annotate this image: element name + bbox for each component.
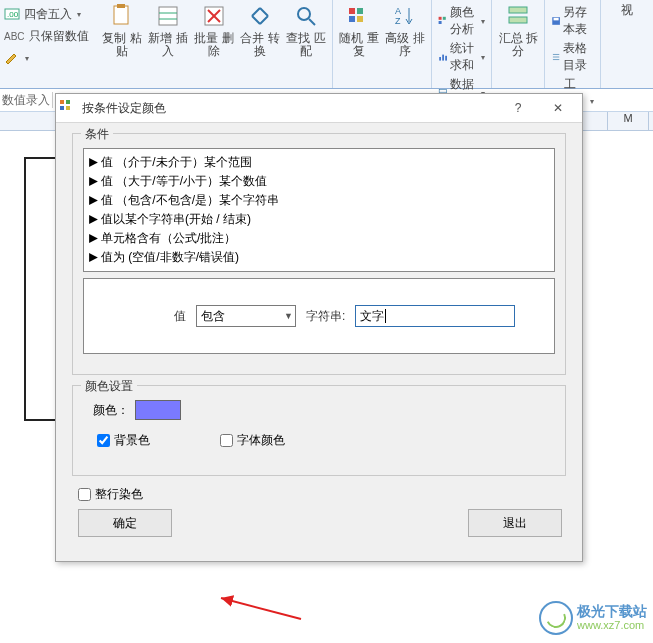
text-caret: [385, 309, 386, 323]
svg-rect-20: [439, 21, 442, 24]
svg-rect-26: [509, 7, 527, 13]
string-label: 字符串:: [306, 308, 345, 325]
color-legend: 颜色设置: [81, 378, 137, 395]
ribbon-groups: 复制 粘贴 新增 插入 批量 删除 合并 转换 查找 匹配 随机 重复 AZ高级…: [96, 0, 653, 88]
svg-rect-19: [443, 17, 446, 20]
full-row-checkbox[interactable]: [78, 488, 91, 501]
cond-valueis[interactable]: 值为 (空值/非数字/错误值): [86, 248, 552, 267]
ribbon-left-mini: .00 四舍五入 ▾ ABC 只保留数值 ▾: [4, 0, 96, 88]
pencil-icon: [4, 50, 20, 66]
svg-rect-2: [114, 6, 128, 24]
chevron-down-icon: ▼: [284, 311, 293, 321]
font-color-checkbox[interactable]: [220, 434, 233, 447]
svg-line-11: [309, 19, 315, 25]
summary-split-button[interactable]: 汇总 拆分: [498, 2, 538, 58]
insert-icon: [154, 2, 182, 30]
svg-rect-27: [509, 17, 527, 23]
cond-cellhas[interactable]: 单元格含有（公式/批注）: [86, 229, 552, 248]
palette-icon: [438, 13, 448, 29]
svg-rect-12: [349, 8, 355, 14]
delete-icon: [200, 2, 228, 30]
close-button[interactable]: ✕: [538, 97, 578, 119]
svg-rect-13: [357, 8, 363, 14]
color-analysis-button[interactable]: 颜色分析▾: [438, 4, 485, 38]
cond-compare[interactable]: 值 （大于/等于/小于）某个数值: [86, 172, 552, 191]
cond-startend[interactable]: 值以某个字符串(开始 / 结束): [86, 210, 552, 229]
svg-rect-29: [554, 18, 559, 21]
ok-button[interactable]: 确定: [78, 509, 172, 537]
format-button[interactable]: ▾: [4, 48, 96, 68]
watermark-logo-icon: [539, 601, 573, 635]
svg-text:A: A: [395, 6, 401, 16]
sort-icon: AZ: [391, 2, 419, 30]
svg-rect-21: [439, 57, 441, 61]
string-input[interactable]: 文字: [355, 305, 515, 327]
cond-range[interactable]: 值 （介于/未介于）某个范围: [86, 153, 552, 172]
view-button[interactable]: 视: [607, 2, 647, 17]
dialog-title: 按条件设定颜色: [82, 100, 498, 117]
chevron-down-icon: ▾: [77, 10, 81, 19]
value-label: 值: [174, 308, 186, 325]
cond-contains[interactable]: 值 （包含/不包含/是）某个字符串: [86, 191, 552, 210]
help-button[interactable]: ?: [498, 97, 538, 119]
dialog-titlebar[interactable]: 按条件设定颜色 ? ✕: [56, 94, 582, 123]
cancel-button[interactable]: 退出: [468, 509, 562, 537]
copy-paste-button[interactable]: 复制 粘贴: [102, 2, 142, 58]
batch-delete-button[interactable]: 批量 删除: [194, 2, 234, 58]
bg-color-checkbox[interactable]: [97, 434, 110, 447]
random-dup-button[interactable]: 随机 重复: [339, 2, 379, 58]
save-this-sheet-button[interactable]: 另存本表: [551, 4, 594, 38]
app-icon: [60, 100, 76, 116]
clipboard-icon: [108, 2, 136, 30]
condition-form: 值 包含 ▼ 字符串: 文字: [83, 278, 555, 354]
toc-icon: [551, 49, 561, 65]
find-match-button[interactable]: 查找 匹配: [286, 2, 326, 58]
condition-color-dialog: 按条件设定颜色 ? ✕ 条件 值 （介于/未介于）某个范围 值 （大于/等于/小…: [55, 93, 583, 562]
summary-icon: [504, 2, 532, 30]
ribbon: .00 四舍五入 ▾ ABC 只保留数值 ▾ 复制 粘贴 新增 插入 批量 删除…: [0, 0, 653, 89]
svg-rect-4: [159, 7, 177, 25]
abc-icon: ABC: [4, 31, 25, 42]
svg-rect-3: [117, 4, 125, 8]
color-swatch[interactable]: [135, 400, 181, 420]
watermark: 极光下载站 www.xz7.com: [539, 601, 647, 635]
save-icon: [551, 13, 561, 29]
stats-sum-button[interactable]: 统计求和▾: [438, 40, 485, 74]
namebox-label: 数值录入: [2, 92, 50, 109]
svg-rect-15: [357, 16, 363, 22]
col-header-M[interactable]: M: [608, 112, 649, 130]
svg-rect-14: [349, 16, 355, 22]
round-button[interactable]: .00 四舍五入 ▾: [4, 4, 96, 24]
operator-select[interactable]: 包含 ▼: [196, 305, 296, 327]
chart-icon: [438, 49, 448, 65]
table-toc-button[interactable]: 表格目录: [551, 40, 594, 74]
adv-sort-button[interactable]: AZ高级 排序: [385, 2, 425, 58]
round-icon: .00: [4, 6, 20, 22]
svg-rect-18: [439, 17, 442, 20]
color-label: 颜色：: [93, 402, 129, 419]
keep-values-button[interactable]: ABC 只保留数值: [4, 26, 96, 46]
merge-convert-button[interactable]: 合并 转换: [240, 2, 280, 58]
svg-point-10: [298, 8, 310, 20]
svg-text:Z: Z: [395, 16, 401, 26]
insert-button[interactable]: 新增 插入: [148, 2, 188, 58]
condition-list[interactable]: 值 （介于/未介于）某个范围 值 （大于/等于/小于）某个数值 值 （包含/不包…: [83, 148, 555, 272]
conditions-legend: 条件: [81, 126, 113, 143]
random-icon: [345, 2, 373, 30]
merge-icon: [246, 2, 274, 30]
conditions-fieldset: 条件 值 （介于/未介于）某个范围 值 （大于/等于/小于）某个数值 值 （包含…: [72, 133, 566, 375]
svg-rect-23: [445, 56, 447, 61]
svg-text:.00: .00: [7, 10, 19, 19]
chevron-down-icon: ▾: [25, 54, 29, 63]
svg-rect-22: [442, 55, 444, 61]
find-icon: [292, 2, 320, 30]
color-settings-fieldset: 颜色设置 颜色： 背景色 字体颜色: [72, 385, 566, 476]
